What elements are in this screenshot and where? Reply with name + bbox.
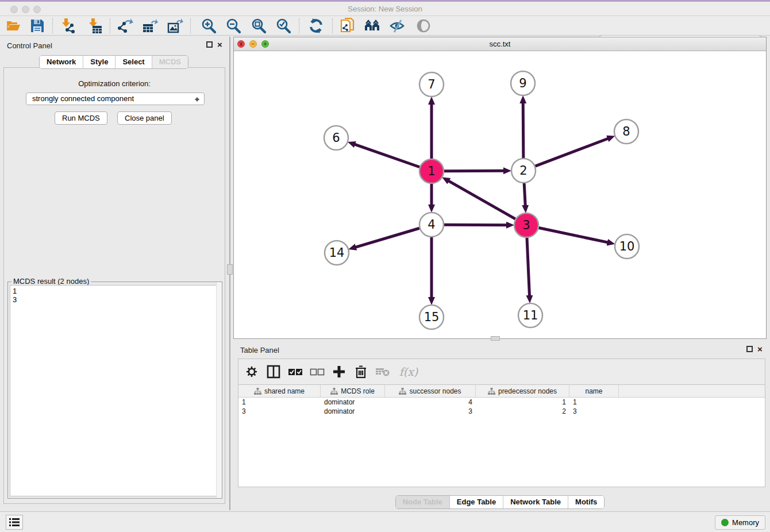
column-header-successor-nodes[interactable]: successor nodes [385, 385, 476, 397]
toolbar-separator [299, 18, 299, 33]
table-toolbar: f(x) [238, 358, 765, 385]
table-header-row: shared name MCDS role successor nodes pr… [238, 385, 765, 398]
tab-edge-table[interactable]: Edge Table [449, 496, 503, 508]
column-label: name [585, 387, 602, 395]
graph-edge-1-6[interactable] [354, 144, 419, 167]
mcds-result-text[interactable]: 1 3 [10, 285, 220, 496]
tab-motifs[interactable]: Motifs [568, 496, 604, 508]
cell-shared-name[interactable]: 1 [238, 398, 321, 407]
graph-edge-2-8[interactable] [536, 138, 609, 166]
graph-edge-3-11[interactable] [527, 238, 530, 296]
cell-name[interactable]: 3 [569, 407, 619, 416]
cell-successor-nodes[interactable]: 3 [385, 407, 476, 416]
graph-edge-3-1[interactable] [448, 180, 515, 219]
application-window: Session: New Session [0, 0, 770, 532]
graph-edge-3-10[interactable] [539, 228, 609, 243]
network-window-titlebar[interactable]: x − + scc.txt [234, 37, 766, 51]
graph-node-label: 1 [428, 164, 435, 178]
task-history-button[interactable] [6, 515, 23, 530]
table-row[interactable]: 3 dominator 3 2 3 [238, 407, 765, 416]
column-header-mcds-role[interactable]: MCDS role [321, 385, 385, 397]
window-title: Session: New Session [0, 5, 770, 13]
split-pane-icon[interactable] [266, 364, 281, 379]
refresh-icon[interactable] [307, 17, 325, 34]
float-panel-icon[interactable] [206, 41, 213, 48]
cell-shared-name[interactable]: 3 [238, 407, 321, 416]
delete-icon[interactable] [353, 364, 368, 379]
memory-label: Memory [732, 518, 759, 527]
close-panel-icon[interactable]: × [217, 41, 222, 48]
cell-successor-nodes[interactable]: 4 [385, 398, 476, 407]
cell-predecessor-nodes[interactable]: 2 [476, 407, 569, 416]
graphics-details-icon[interactable] [415, 17, 432, 34]
graph-edge-4-14[interactable] [355, 228, 419, 247]
tab-node-table[interactable]: Node Table [396, 496, 449, 508]
open-folder-icon[interactable] [5, 17, 22, 34]
column-header-shared-name[interactable]: shared name [238, 385, 321, 397]
graph-node-label: 3 [522, 218, 530, 232]
first-neighbors-icon[interactable] [364, 17, 381, 34]
graph-edge-4-3[interactable] [444, 225, 507, 225]
tab-network[interactable]: Network [40, 56, 83, 68]
cell-predecessor-nodes[interactable]: 1 [476, 398, 569, 407]
column-header-name[interactable]: name [569, 385, 619, 397]
close-table-panel-icon[interactable]: × [757, 346, 763, 352]
vertical-splitter-handle[interactable] [227, 264, 233, 275]
criterion-value: strongly connected component [32, 94, 134, 103]
float-table-panel-icon[interactable] [746, 346, 753, 352]
tab-mcds[interactable]: MCDS [152, 56, 188, 68]
cell-mcds-role[interactable]: dominator [321, 407, 385, 416]
graph-edge-2-9[interactable] [523, 102, 523, 158]
graph-edge-2-3[interactable] [524, 183, 525, 206]
tree-icon [254, 388, 261, 395]
add-icon[interactable] [332, 364, 346, 379]
table-row[interactable]: 1 dominator 4 1 1 [238, 398, 765, 407]
zoom-out-icon[interactable] [225, 17, 242, 34]
network-window-title: scc.txt [234, 40, 766, 48]
column-label: predecessor nodes [498, 387, 557, 395]
duplicate-network-icon[interactable] [339, 17, 356, 34]
run-mcds-button[interactable]: Run MCDS [55, 111, 107, 125]
import-table-icon[interactable] [86, 17, 103, 34]
deselect-all-icon[interactable] [310, 364, 325, 379]
select-all-icon[interactable] [288, 364, 303, 379]
hide-selected-icon[interactable] [388, 17, 406, 34]
zoom-selected-icon[interactable] [275, 17, 292, 34]
graph-node-label: 4 [428, 218, 435, 232]
node-table[interactable]: shared name MCDS role successor nodes pr… [238, 385, 765, 487]
toolbar-separator [52, 18, 53, 33]
cell-name[interactable]: 1 [569, 398, 619, 407]
zoom-fit-icon[interactable] [250, 17, 267, 34]
function-builder-icon[interactable]: f(x) [397, 364, 420, 379]
export-network-icon[interactable] [117, 17, 134, 34]
graph-edge-1-2[interactable] [444, 171, 505, 171]
tab-network-table[interactable]: Network Table [503, 496, 568, 508]
export-image-icon[interactable] [167, 17, 184, 34]
result-scrollbar[interactable] [216, 282, 222, 498]
tree-icon [488, 388, 495, 395]
column-header-predecessor-nodes[interactable]: predecessor nodes [476, 385, 569, 397]
zoom-in-icon[interactable] [200, 17, 217, 34]
optimization-criterion-label: Optimization criterion: [4, 79, 225, 88]
export-table-icon[interactable] [141, 17, 159, 34]
cell-mcds-role[interactable]: dominator [321, 398, 385, 407]
delete-table-icon[interactable] [375, 364, 390, 379]
memory-button[interactable]: Memory [715, 515, 765, 530]
close-panel-button[interactable]: Close panel [117, 111, 172, 125]
table-panel-header: Table Panel × [233, 342, 767, 357]
graph-node-label: 2 [519, 164, 527, 178]
tab-style[interactable]: Style [83, 56, 115, 68]
settings-icon[interactable] [244, 364, 259, 379]
graph-node-label: 9 [519, 76, 526, 90]
graph-node-label: 15 [424, 310, 440, 324]
tree-icon [330, 388, 338, 395]
horizontal-splitter-handle[interactable] [491, 336, 500, 341]
memory-status-icon [721, 519, 729, 526]
tab-select[interactable]: Select [115, 56, 151, 68]
save-icon[interactable] [29, 17, 46, 34]
import-network-icon[interactable] [59, 17, 76, 34]
network-canvas[interactable]: 7968124314101511 [234, 51, 766, 338]
criterion-select[interactable]: strongly connected component [26, 92, 205, 105]
toolbar-separator [190, 18, 191, 33]
toolbar-separator [332, 18, 333, 33]
